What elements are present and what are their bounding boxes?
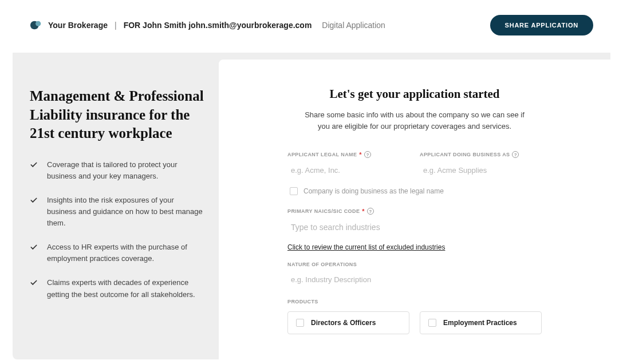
user-name: John Smith xyxy=(143,21,186,30)
product-employment-practices[interactable]: Employment Practices xyxy=(420,311,542,334)
benefit-item: Access to HR experts with the purchase o… xyxy=(30,242,205,264)
excluded-industries-link[interactable]: Click to review the current list of excl… xyxy=(287,243,445,251)
benefit-item: Coverage that is tailored to protect you… xyxy=(30,159,205,182)
legal-name-group: APPLICANT LEGAL NAME * ? xyxy=(287,151,409,177)
dba-group: APPLICANT DOING BUSINESS AS ? xyxy=(420,151,542,177)
benefit-text: Coverage that is tailored to protect you… xyxy=(47,159,205,182)
check-icon xyxy=(30,196,38,204)
nature-label: NATURE OF OPERATIONS xyxy=(287,262,542,267)
label-text: APPLICANT DOING BUSINESS AS xyxy=(420,152,510,157)
marketing-panel: Management & Professional Liability insu… xyxy=(13,53,219,359)
product-checkbox[interactable] xyxy=(296,319,304,327)
naics-search-input[interactable] xyxy=(287,220,542,234)
nature-input[interactable] xyxy=(287,273,542,286)
naics-group: PRIMARY NAICS/SIC CODE * ? xyxy=(287,208,542,234)
benefit-text: Access to HR experts with the purchase o… xyxy=(47,242,205,264)
help-icon[interactable]: ? xyxy=(512,151,519,158)
dba-checkbox-label: Company is doing business as the legal n… xyxy=(303,187,444,195)
product-label: Directors & Officers xyxy=(311,319,376,327)
dba-checkbox[interactable] xyxy=(290,187,298,195)
header: Your Brokerage | FOR John Smith john.smi… xyxy=(13,15,610,53)
label-text: NATURE OF OPERATIONS xyxy=(287,262,357,267)
required-asterisk: * xyxy=(362,208,365,215)
product-label: Employment Practices xyxy=(443,319,517,327)
dba-input[interactable] xyxy=(420,164,542,177)
benefit-text: Insights into the risk exposures of your… xyxy=(47,195,205,229)
check-icon xyxy=(30,243,38,251)
nature-group: NATURE OF OPERATIONS xyxy=(287,262,542,286)
for-prefix: FOR xyxy=(124,21,141,30)
benefit-item: Insights into the risk exposures of your… xyxy=(30,195,205,229)
user-email: john.smith@yourbrokerage.com xyxy=(188,21,312,30)
digital-application-label: Digital Application xyxy=(322,21,385,30)
label-text: APPLICANT LEGAL NAME xyxy=(287,152,357,157)
naics-label: PRIMARY NAICS/SIC CODE * ? xyxy=(287,208,542,215)
header-for-text: FOR John Smith john.smith@yourbrokerage.… xyxy=(124,21,312,30)
form-title: Let's get your application started xyxy=(287,87,542,101)
benefit-text: Claims experts with decades of experienc… xyxy=(47,277,205,300)
help-icon[interactable]: ? xyxy=(364,151,371,158)
dba-checkbox-row: Company is doing business as the legal n… xyxy=(290,187,542,195)
product-grid: Directors & Officers Employment Practice… xyxy=(287,311,542,334)
check-icon xyxy=(30,161,38,169)
share-application-button[interactable]: SHARE APPLICATION xyxy=(490,15,594,35)
check-icon xyxy=(30,279,38,287)
application-form-panel: Let's get your application started Share… xyxy=(219,60,610,359)
form-subtitle: Share some basic info with us about the … xyxy=(287,109,542,132)
page-title: Management & Professional Liability insu… xyxy=(30,87,205,143)
brokerage-name: Your Brokerage xyxy=(48,21,108,30)
legal-name-label: APPLICANT LEGAL NAME * ? xyxy=(287,151,409,158)
help-icon[interactable]: ? xyxy=(367,208,374,215)
dba-label: APPLICANT DOING BUSINESS AS ? xyxy=(420,151,542,158)
benefit-item: Claims experts with decades of experienc… xyxy=(30,277,205,300)
product-directors-officers[interactable]: Directors & Officers xyxy=(287,311,409,334)
divider-pipe: | xyxy=(115,21,117,30)
svg-point-1 xyxy=(36,21,41,26)
benefit-list: Coverage that is tailored to protect you… xyxy=(30,159,205,300)
label-text: PRIMARY NAICS/SIC CODE xyxy=(287,208,360,214)
product-checkbox[interactable] xyxy=(428,319,436,327)
legal-name-input[interactable] xyxy=(287,164,409,177)
products-label: PRODUCTS xyxy=(287,299,542,304)
header-left: Your Brokerage | FOR John Smith john.smi… xyxy=(30,19,385,31)
required-asterisk: * xyxy=(359,151,362,158)
brokerage-logo-icon xyxy=(30,19,42,31)
